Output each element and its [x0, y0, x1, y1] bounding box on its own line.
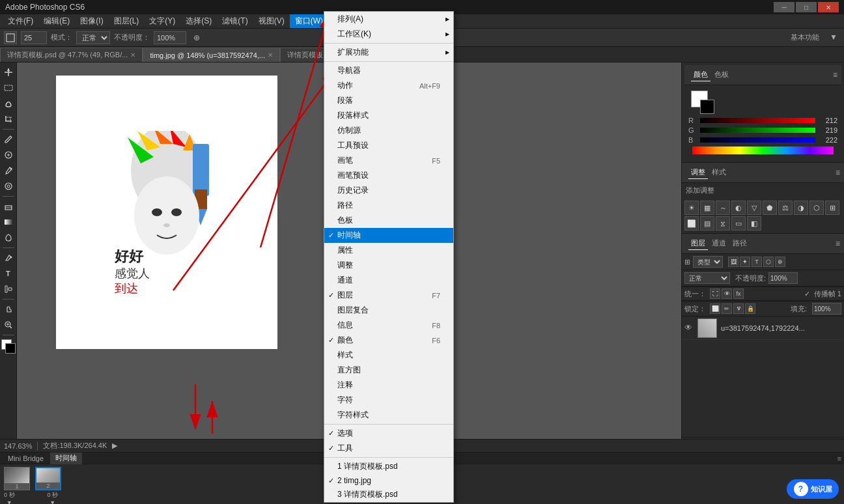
adj-exposure[interactable]: ◐ [731, 201, 746, 215]
adj-panel-menu[interactable]: ≡ [836, 168, 840, 177]
filter-shape[interactable]: ⬡ [763, 257, 774, 267]
fg-bg-colors[interactable] [1, 339, 16, 354]
lock-all[interactable]: 🔒 [745, 303, 755, 314]
menu-file2[interactable]: ✓2 timg.jpg [324, 474, 453, 487]
frame-2[interactable]: 2 [35, 467, 61, 490]
menu-file[interactable]: 文件(F) [3, 14, 38, 28]
menu-image[interactable]: 图像(I) [75, 14, 108, 28]
menu-layer[interactable]: 图层(L) [109, 14, 145, 28]
status-arrow[interactable]: ▶ [112, 441, 117, 450]
layer-row-0[interactable]: 👁 u=3817592474,1792224... [682, 316, 844, 340]
adj-posterize[interactable]: ▤ [700, 216, 714, 231]
tool-eyedropper[interactable] [1, 132, 16, 147]
tool-gradient[interactable] [1, 215, 16, 229]
tab-color[interactable]: 颜色 [691, 68, 710, 81]
menu-filter[interactable]: 滤镜(T) [217, 14, 253, 28]
filter-text[interactable]: T [752, 257, 762, 267]
menu-clone-source[interactable]: 仿制源 [324, 123, 453, 138]
lock-transparent[interactable]: ⬜ [710, 303, 720, 314]
layer-eye-0[interactable]: 👁 [684, 323, 695, 333]
menu-color[interactable]: ✓颜色 F6 [324, 333, 453, 348]
tool-move[interactable] [1, 65, 16, 79]
menu-tool-presets[interactable]: 工具预设 [324, 138, 453, 153]
menu-tools[interactable]: ✓工具 [324, 441, 453, 456]
menu-char-styles[interactable]: 字符样式 [324, 408, 453, 423]
rainbow-bar[interactable] [692, 147, 834, 154]
menu-file1[interactable]: 1 详情页模板.psd [324, 459, 453, 474]
menu-notes[interactable]: 注释 [324, 378, 453, 393]
tool-path-select[interactable] [1, 282, 16, 296]
tool-pen[interactable] [1, 251, 16, 265]
tool-eraser[interactable] [1, 199, 16, 214]
menu-extensions[interactable]: 扩展功能 [324, 45, 453, 60]
tool-hand[interactable] [1, 302, 16, 316]
adj-invert[interactable]: ⬜ [684, 216, 699, 231]
tool-clone[interactable] [1, 179, 16, 193]
menu-workspace[interactable]: 工作区(K) [324, 27, 453, 42]
menu-character[interactable]: 字符 [324, 393, 453, 408]
tool-type[interactable]: T [1, 266, 16, 281]
menu-text[interactable]: 文字(Y) [144, 14, 180, 28]
tab-1[interactable]: timg.jpg @ 148% (u=3817592474,... ✕ [143, 48, 280, 62]
b-slider[interactable] [700, 139, 815, 145]
adj-levels[interactable]: ▦ [700, 201, 714, 215]
tab-1-close[interactable]: ✕ [268, 51, 273, 59]
r-slider[interactable] [700, 120, 815, 125]
adj-bw[interactable]: ◑ [794, 201, 808, 215]
g-slider[interactable] [700, 130, 815, 135]
opacity-input[interactable] [154, 31, 186, 44]
mode-select[interactable]: 正常 [76, 31, 110, 44]
menu-info[interactable]: 信息 F8 [324, 318, 453, 333]
filter-smart[interactable]: ⊕ [775, 257, 785, 267]
filter-pixel[interactable]: 🖼 [728, 257, 738, 267]
frame-1[interactable]: 1 [4, 467, 30, 490]
brush-size-input[interactable] [21, 31, 47, 44]
timeline-tab[interactable]: 时间轴 [50, 453, 82, 464]
tab-swatch[interactable]: 色板 [712, 68, 731, 81]
tab-paths[interactable]: 路径 [730, 237, 750, 250]
tab-0-close[interactable]: ✕ [130, 51, 135, 59]
menu-layer-comps[interactable]: 图层复合 [324, 303, 453, 318]
fill-input[interactable] [812, 303, 841, 315]
menu-paragraph-style[interactable]: 段落样式 [324, 108, 453, 123]
tool-crop[interactable] [1, 112, 16, 126]
menu-channels[interactable]: 通道 [324, 273, 453, 288]
adj-gradient-map[interactable]: ▭ [731, 216, 746, 231]
maximize-button[interactable]: □ [796, 2, 817, 12]
tool-dodge[interactable] [1, 231, 16, 245]
menu-adjustments[interactable]: 调整 [324, 258, 453, 273]
menu-arrange[interactable]: 排列(A) [324, 12, 453, 27]
tool-zoom[interactable] [1, 318, 16, 332]
layers-panel-menu[interactable]: ≡ [836, 239, 840, 248]
tab-0[interactable]: 详情页模板.psd @ 47.7% (49, RGB/... ✕ [0, 48, 143, 62]
fg-bg-swatch[interactable] [691, 91, 714, 114]
menu-paths[interactable]: 路径 [324, 198, 453, 213]
adj-photo-filter[interactable]: ⬡ [809, 201, 824, 215]
menu-window[interactable]: 窗口(W) [290, 14, 328, 28]
adj-brightness[interactable]: ☀ [684, 201, 699, 215]
timeline-panel-menu[interactable]: ≡ [837, 455, 841, 462]
menu-actions[interactable]: 动作 Alt+F9 [324, 78, 453, 93]
close-button[interactable]: ✕ [818, 2, 839, 12]
menu-brush[interactable]: 画笔 F5 [324, 153, 453, 168]
menu-paragraph[interactable]: 段落 [324, 93, 453, 108]
menu-layers-dd[interactable]: ✓图层 F7 [324, 288, 453, 303]
adj-selective[interactable]: ◧ [747, 216, 761, 231]
menu-view[interactable]: 视图(V) [253, 14, 290, 28]
tab-styles[interactable]: 样式 [709, 166, 729, 179]
menu-navigator[interactable]: 导航器 [324, 63, 453, 78]
workspace-dropdown-icon[interactable]: ▼ [830, 33, 840, 43]
adj-hue[interactable]: ⬟ [763, 201, 777, 215]
unify-visibility[interactable]: 👁 [722, 288, 732, 299]
menu-history[interactable]: 历史记录 [324, 183, 453, 198]
menu-properties[interactable]: 属性 [324, 243, 453, 258]
menu-timeline[interactable]: ✓时间轴 [324, 228, 453, 243]
tab-adjustments[interactable]: 调整 [688, 166, 708, 179]
tab-channels[interactable]: 通道 [709, 237, 729, 250]
adj-curves[interactable]: ～ [716, 201, 730, 215]
layer-type-select[interactable]: 类型 [693, 256, 723, 268]
menu-swatches[interactable]: 色板 [324, 213, 453, 228]
menu-options[interactable]: ✓选项 [324, 426, 453, 441]
filter-adjust[interactable]: ✦ [740, 257, 750, 267]
unify-position[interactable]: ⛶ [710, 288, 720, 299]
